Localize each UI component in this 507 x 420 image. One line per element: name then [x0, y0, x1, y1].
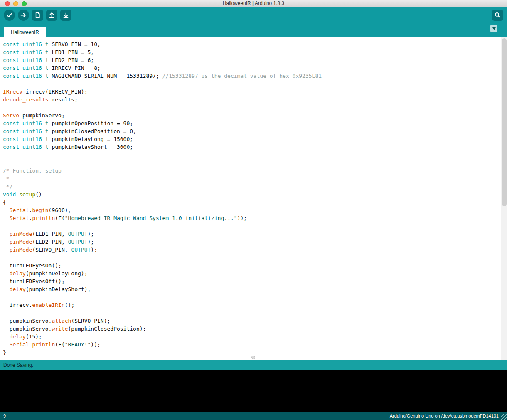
document-icon — [34, 11, 42, 19]
magnifier-icon — [494, 11, 502, 19]
code-area[interactable]: const uint16_t SERVO_PIN = 10;const uint… — [0, 37, 507, 356]
toolbar — [0, 7, 507, 23]
code-line — [3, 151, 498, 159]
upload-button[interactable] — [18, 10, 29, 21]
arrow-down-icon — [62, 11, 70, 19]
code-line: const uint16_t pumpkinDelayLong = 15000; — [3, 135, 498, 143]
code-line: } — [3, 348, 498, 356]
code-line: const uint16_t SERVO_PIN = 10; — [3, 40, 498, 48]
code-line — [3, 293, 498, 301]
code-line: void setup() — [3, 190, 498, 198]
code-line: Serial.begin(9600); — [3, 206, 498, 214]
code-line: * — [3, 175, 498, 183]
code-line: const uint16_t MAGICWAND_SERIAL_NUM = 15… — [3, 72, 498, 80]
new-sketch-button[interactable] — [32, 10, 43, 21]
code-line: const uint16_t pumpkinDelayShort = 3000; — [3, 143, 498, 151]
code-line: const uint16_t pumpkinClosedPosition = 0… — [3, 127, 498, 135]
code-line: const uint16_t IRRECV_PIN = 8; — [3, 64, 498, 72]
chevron-down-icon — [492, 27, 496, 30]
status-message: Done Saving. — [3, 362, 33, 368]
code-line: pinMode(SERVO_PIN, OUTPUT); — [3, 246, 498, 254]
tab-label: HalloweenIR — [11, 30, 39, 35]
close-button[interactable] — [5, 1, 10, 6]
editor-pane[interactable]: const uint16_t SERVO_PIN = 10;const uint… — [0, 37, 507, 360]
code-line — [3, 104, 498, 111]
editor-scrollbar[interactable] — [501, 37, 507, 360]
code-line: delay(pumpkinDelayLong); — [3, 269, 498, 277]
code-line: { — [3, 198, 498, 206]
scrollbar-thumb[interactable] — [502, 38, 507, 206]
code-line: pumpkinServo.write(pumpkinClosedPosition… — [3, 325, 498, 333]
window-resize-grip[interactable] — [501, 414, 507, 420]
code-line: decode_results results; — [3, 96, 498, 104]
console-output — [0, 370, 507, 412]
code-line: turnLEDEyesOn(); — [3, 262, 498, 269]
code-line: pumpkinServo.attach(SERVO_PIN); — [3, 317, 498, 325]
verify-button[interactable] — [4, 10, 15, 21]
board-port-info: Arduino/Genuino Uno on /dev/cu.usbmodemF… — [390, 413, 499, 418]
code-line: delay(pumpkinDelayShort); — [3, 285, 498, 293]
code-line: const uint16_t LED2_PIN = 6; — [3, 56, 498, 64]
serial-monitor-button[interactable] — [492, 10, 503, 21]
code-line: */ — [3, 183, 498, 190]
code-line: IRrecv irrecv(IRRECV_PIN); — [3, 88, 498, 96]
footer-bar: 9 Arduino/Genuino Uno on /dev/cu.usbmode… — [0, 412, 507, 420]
code-line — [3, 309, 498, 317]
code-line — [3, 222, 498, 230]
code-line: const uint16_t pumpkinOpenPosition = 90; — [3, 119, 498, 127]
code-line: pinMode(LED2_PIN, OUTPUT); — [3, 238, 498, 246]
status-bar: Done Saving. — [0, 360, 507, 370]
code-line — [3, 159, 498, 167]
arduino-ide-window: HalloweenIR | Arduino 1.8.3 — [0, 0, 507, 420]
arrow-up-icon — [48, 11, 56, 19]
tab-halloweenir[interactable]: HalloweenIR — [4, 27, 46, 37]
save-button[interactable] — [60, 10, 71, 21]
code-line: Servo pumpkinServo; — [3, 111, 498, 119]
window-title: HalloweenIR | Arduino 1.8.3 — [223, 0, 285, 6]
tab-menu-button[interactable] — [490, 25, 497, 32]
tab-bar: HalloweenIR — [0, 23, 507, 37]
code-line: /* Function: setup — [3, 167, 498, 175]
code-line — [3, 254, 498, 262]
arrow-right-icon — [20, 11, 27, 19]
code-line: turnLEDEyesOff(); — [3, 277, 498, 285]
check-icon — [5, 11, 13, 19]
splitter-grip[interactable] — [251, 356, 255, 359]
code-line — [3, 80, 498, 88]
line-number-indicator: 9 — [3, 413, 6, 418]
code-line: Serial.println(F("READY!")); — [3, 341, 498, 348]
traffic-lights — [5, 1, 27, 6]
code-line: pinMode(LED1_PIN, OUTPUT); — [3, 230, 498, 238]
open-button[interactable] — [46, 10, 57, 21]
code-line: Serial.println(F("Homebrewed IR Magic Wa… — [3, 214, 498, 222]
minimize-button[interactable] — [13, 1, 18, 6]
code-line: irrecv.enableIRIn(); — [3, 301, 498, 309]
code-line: const uint16_t LED1_PIN = 5; — [3, 48, 498, 56]
title-bar: HalloweenIR | Arduino 1.8.3 — [0, 0, 507, 7]
code-line: delay(15); — [3, 333, 498, 341]
zoom-button[interactable] — [22, 1, 27, 6]
